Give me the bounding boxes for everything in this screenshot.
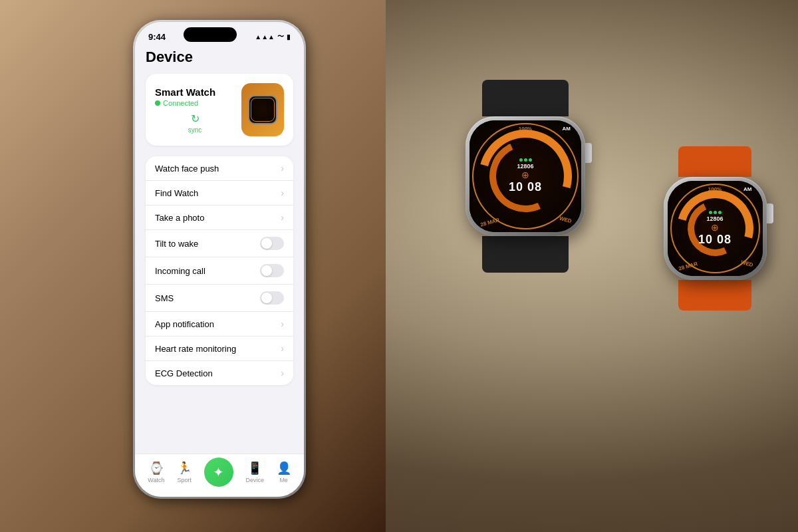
wf-dot-5	[714, 211, 717, 214]
chevron-icon-5: ›	[281, 368, 284, 378]
status-bar: 9:44 ▲▲▲ 〜 ▮	[135, 22, 304, 49]
connected-dot	[155, 100, 160, 106]
menu-watch-face-push-label: Watch face push	[155, 164, 219, 174]
watch-black-outer: 100% AM 12806 ⊕ 10 08 28 MAR WED	[452, 80, 598, 266]
watch-orange-screen: 100% AM 12806 ⊕ 10 08 28 MAR WED	[668, 181, 763, 276]
wf-time-1: 10 08	[509, 180, 542, 194]
watch-face-mini	[248, 95, 277, 124]
page-title: Device	[146, 49, 293, 66]
watch-crown	[585, 143, 592, 163]
menu-find-watch[interactable]: Find Watch ›	[146, 181, 293, 205]
battery-icon: ▮	[287, 33, 291, 41]
wf-dot-2	[524, 158, 527, 162]
wf-link-1: ⊕	[521, 170, 529, 180]
wf-dot-3	[529, 158, 532, 162]
incoming-call-toggle[interactable]	[260, 264, 284, 277]
nav-me-icon: 👤	[277, 461, 291, 475]
status-icons: ▲▲▲ 〜 ▮	[255, 32, 291, 41]
menu-heart-rate-label: Heart rate monitoring	[155, 344, 236, 354]
nav-device-label: Device	[245, 477, 264, 483]
nav-me[interactable]: 👤 Me	[277, 461, 291, 483]
watch-orange-body: 100% AM 12806 ⊕ 10 08 28 MAR WED	[664, 177, 767, 280]
chevron-icon-1: ›	[281, 188, 284, 198]
chevron-icon-4: ›	[281, 343, 284, 354]
menu-tilt-wake[interactable]: Tilt to wake	[146, 230, 293, 257]
wf-battery-2: 100%	[708, 186, 722, 192]
nav-watch[interactable]: ⌚ Watch	[148, 461, 164, 483]
nav-device-icon: 📱	[247, 461, 262, 475]
tilt-wake-toggle[interactable]	[260, 237, 284, 250]
nav-sport-label: Sport	[177, 477, 192, 483]
sms-toggle[interactable]	[260, 291, 284, 305]
watch-thumbnail	[241, 83, 284, 136]
nav-device[interactable]: 📱 Device	[245, 461, 264, 483]
wf-steps-1: 12806	[517, 163, 533, 170]
signal-icon: ▲▲▲	[255, 33, 275, 41]
chevron-icon-0: ›	[281, 163, 284, 174]
wf-am-2: AM	[743, 186, 751, 192]
watch-black-screen: 100% AM 12806 ⊕ 10 08 28 MAR WED	[469, 120, 581, 232]
device-info: Smart Watch Connected ↻ sync	[155, 86, 235, 134]
wifi-icon: 〜	[277, 32, 284, 41]
menu-tilt-wake-label: Tilt to wake	[155, 239, 198, 249]
watch-face-mini-inner	[251, 98, 275, 122]
nav-center[interactable]: ✦	[204, 458, 233, 487]
sync-icon: ↻	[191, 112, 200, 125]
menu-ecg[interactable]: ECG Detection ›	[146, 361, 293, 385]
sync-label: sync	[188, 126, 202, 134]
wf-dot-1	[519, 158, 523, 162]
sync-button[interactable]: ↻ sync	[155, 112, 235, 134]
wf-am-1: AM	[563, 126, 571, 132]
watch-black-band: 100% AM 12806 ⊕ 10 08 28 MAR WED	[452, 80, 598, 266]
menu-sms-label: SMS	[155, 293, 174, 303]
wf-time-2: 10 08	[698, 233, 732, 247]
menu-sms[interactable]: SMS	[146, 285, 293, 312]
nav-center-icon: ✦	[213, 464, 224, 480]
dynamic-island	[184, 27, 237, 42]
menu-watch-face-push[interactable]: Watch face push ›	[146, 156, 293, 181]
watch-orange-band-bottom	[678, 280, 751, 311]
wf-dots-2	[709, 211, 722, 214]
menu-take-photo-label: Take a photo	[155, 213, 204, 223]
menu-find-watch-label: Find Watch	[155, 188, 198, 198]
wf-center-2: 12806 ⊕ 10 08	[697, 210, 733, 247]
wf-center-1: 12806 ⊕ 10 08	[499, 150, 552, 203]
chevron-icon-3: ›	[281, 319, 284, 329]
menu-take-photo[interactable]: Take a photo ›	[146, 205, 293, 230]
phone-outer-frame: 9:44 ▲▲▲ 〜 ▮ Device Smart Watch	[133, 20, 306, 499]
nav-watch-icon: ⌚	[149, 461, 164, 475]
wf-dot-4	[709, 211, 712, 214]
screen-content: Device Smart Watch Connected ↻ sync	[135, 49, 304, 385]
wf-dot-6	[718, 211, 722, 214]
connected-label: Connected	[163, 99, 198, 107]
status-time: 9:44	[148, 32, 166, 42]
phone-device: 9:44 ▲▲▲ 〜 ▮ Device Smart Watch	[133, 20, 306, 499]
menu-app-notification-label: App notification	[155, 319, 214, 329]
watch-orange-crown	[767, 203, 773, 223]
nav-me-label: Me	[279, 477, 288, 483]
phone-screen: 9:44 ▲▲▲ 〜 ▮ Device Smart Watch	[135, 22, 304, 497]
wf-link-2: ⊕	[711, 222, 719, 233]
menu-incoming-call-label: Incoming call	[155, 266, 205, 276]
menu-heart-rate[interactable]: Heart rate monitoring ›	[146, 336, 293, 361]
chevron-icon-2: ›	[281, 212, 284, 223]
watch-orange-outer: 100% AM 12806 ⊕ 10 08 28 MAR WED	[652, 146, 778, 306]
watch-orange-band-top	[678, 146, 751, 177]
bottom-nav: ⌚ Watch 🏃 Sport ✦ 📱 Device 👤	[135, 454, 304, 497]
menu-incoming-call[interactable]: Incoming call	[146, 257, 293, 285]
menu-section: Watch face push › Find Watch › Take a ph…	[146, 156, 293, 385]
watch-black-band-bottom	[482, 236, 569, 273]
menu-app-notification[interactable]: App notification ›	[146, 312, 293, 336]
device-card: Smart Watch Connected ↻ sync	[146, 74, 293, 146]
watch-orange-band: 100% AM 12806 ⊕ 10 08 28 MAR WED	[652, 146, 778, 306]
nav-center-button[interactable]: ✦	[204, 458, 233, 487]
nav-watch-label: Watch	[148, 477, 164, 483]
watch-black-body: 100% AM 12806 ⊕ 10 08 28 MAR WED	[466, 116, 585, 236]
menu-ecg-label: ECG Detection	[155, 368, 213, 378]
device-status: Connected	[155, 99, 235, 107]
wf-dots-1	[519, 158, 532, 162]
nav-sport[interactable]: 🏃 Sport	[177, 461, 192, 483]
device-name: Smart Watch	[155, 86, 235, 98]
wf-steps-2: 12806	[706, 215, 723, 222]
nav-sport-icon: 🏃	[177, 461, 192, 475]
